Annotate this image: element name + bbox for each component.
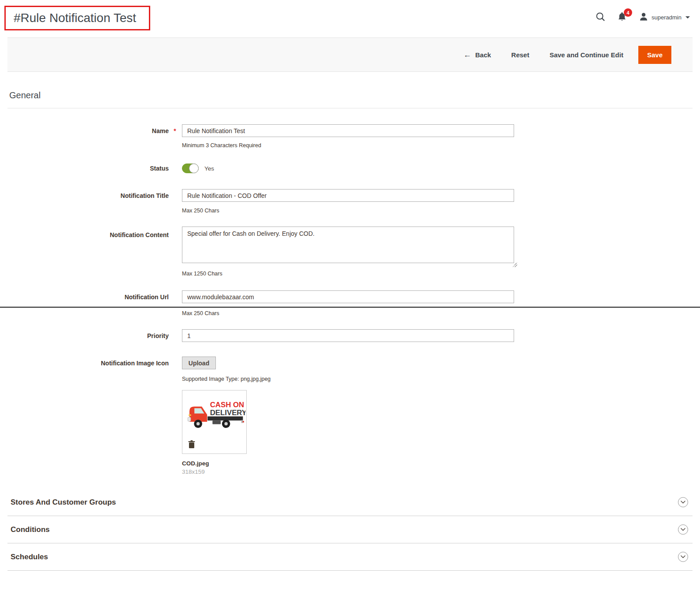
page-title-highlight-box: #Rule Notification Test <box>4 6 150 30</box>
name-hint: Minimum 3 Characters Required <box>182 142 261 149</box>
section-divider <box>7 108 693 108</box>
upload-button[interactable]: Upload <box>182 357 216 369</box>
notification-content-textarea[interactable]: Special offer for Cash on Delivery. Enjo… <box>182 227 514 263</box>
screenshot-stitch-line <box>0 307 700 308</box>
notification-url-input[interactable] <box>182 290 514 303</box>
search-icon <box>596 12 605 23</box>
required-asterisk: * <box>169 127 181 134</box>
expand-chevron-icon[interactable] <box>678 552 688 562</box>
back-arrow-icon: ← <box>463 51 471 59</box>
search-button[interactable] <box>596 12 605 23</box>
name-label: Name <box>152 127 169 134</box>
truck-text-line2: DELIVERY <box>210 409 245 417</box>
user-avatar-icon <box>639 12 648 23</box>
action-toolbar: ← Back Reset Save and Continue Edit Save <box>7 37 693 72</box>
status-field-row: Status Yes <box>0 164 700 173</box>
reset-button[interactable]: Reset <box>511 51 530 59</box>
notification-title-row: Notification Title <box>0 189 700 202</box>
textarea-resize-handle[interactable] <box>512 262 517 267</box>
notification-title-input[interactable] <box>182 189 514 202</box>
back-button-label: Back <box>475 51 491 59</box>
cod-truck-image: CASH ON DELIVERY <box>184 394 245 438</box>
notification-content-hint: Max 1250 Chars <box>182 271 222 277</box>
accordion-label: Schedules <box>11 553 48 561</box>
notification-content-label: Notification Content <box>110 231 169 238</box>
save-and-continue-button[interactable]: Save and Continue Edit <box>549 51 623 59</box>
delete-image-button[interactable] <box>188 440 196 450</box>
header-actions: 4 superadmin <box>596 11 690 23</box>
chevron-down-icon <box>685 16 690 19</box>
user-menu[interactable]: superadmin <box>639 12 690 23</box>
toggle-knob <box>189 164 199 173</box>
accordion-label: Stores And Customer Groups <box>11 498 116 507</box>
priority-row: Priority <box>0 329 700 342</box>
notification-title-hint: Max 250 Chars <box>182 208 219 214</box>
name-field-row: Name * <box>0 124 700 137</box>
status-toggle[interactable] <box>182 164 199 173</box>
notifications-button[interactable]: 4 <box>617 11 627 23</box>
notification-count-badge: 4 <box>624 8 632 17</box>
accordion-stores-and-customer-groups[interactable]: Stores And Customer Groups <box>7 489 693 516</box>
status-value: Yes <box>204 165 214 172</box>
expand-chevron-icon[interactable] <box>678 524 688 535</box>
page-title: #Rule Notification Test <box>6 11 136 25</box>
priority-input[interactable] <box>182 329 514 342</box>
notification-url-hint: Max 250 Chars <box>182 310 219 316</box>
general-section-heading: General <box>9 90 41 100</box>
notification-url-row: Notification Url <box>0 290 700 303</box>
expand-chevron-icon[interactable] <box>678 497 688 507</box>
notification-content-row: Notification Content Special offer for C… <box>0 227 700 263</box>
notification-url-label: Notification Url <box>125 294 169 301</box>
accordion-conditions[interactable]: Conditions <box>7 516 693 543</box>
user-name: superadmin <box>652 14 681 21</box>
accordion-label: Conditions <box>11 525 50 534</box>
truck-text-line1: CASH ON <box>210 401 244 409</box>
image-dimensions: 318x159 <box>182 468 205 475</box>
back-button[interactable]: ← Back <box>463 51 491 59</box>
image-preview-box: CASH ON DELIVERY <box>182 390 247 454</box>
image-type-hint: Supported Image Type: png,jpg,jpeg <box>182 376 270 382</box>
priority-label: Priority <box>147 332 169 339</box>
image-icon-row: Notification Image Icon Upload <box>0 357 700 369</box>
image-filename: COD.jpeg <box>182 460 209 467</box>
notification-title-label: Notification Title <box>121 192 169 199</box>
status-label: Status <box>150 165 169 172</box>
name-input[interactable] <box>182 124 514 137</box>
accordion-schedules[interactable]: Schedules <box>7 543 693 571</box>
trash-icon <box>188 443 196 450</box>
image-icon-label: Notification Image Icon <box>101 360 169 367</box>
save-button[interactable]: Save <box>638 46 671 64</box>
accordion-sections: Stores And Customer Groups Conditions Sc… <box>7 489 693 571</box>
